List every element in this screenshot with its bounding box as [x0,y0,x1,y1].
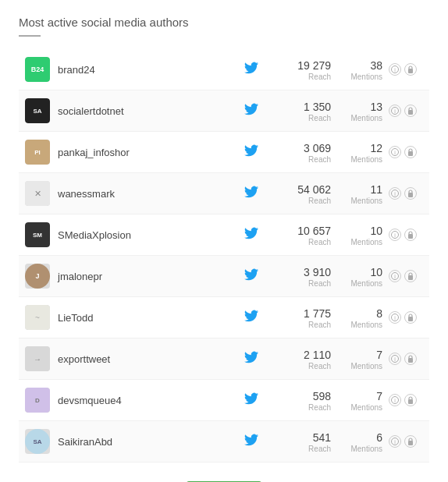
lock-icon-button[interactable] [404,146,417,158]
svg-text:i: i [394,274,396,279]
lock-icon-button[interactable] [404,353,417,365]
row-actions: i [389,270,423,282]
avatar: D [25,388,50,413]
svg-rect-29 [408,441,413,445]
twitter-icon [239,144,264,161]
reach-stat: 541 Reach [264,431,334,453]
more-button-container: More [19,463,429,482]
table-row: ✕ wanessmark 54 062 Reach 11 Mentions i [19,173,429,214]
info-icon-button[interactable]: i [389,187,401,200]
table-row: B24 brand24 19 279 Reach 38 Mentions i [19,49,429,90]
avatar: J [25,264,50,289]
avatar: ~ [25,305,50,330]
author-name: SaikiranAbd [50,436,239,448]
reach-stat: 3 069 Reach [264,141,334,164]
twitter-icon [239,350,264,367]
author-name: socialertdotnet [50,105,239,117]
avatar: ✕ [25,181,50,206]
author-name: wanessmark [50,188,239,200]
svg-rect-20 [408,317,413,321]
reach-stat: 54 062 Reach [264,183,334,205]
title-underline [19,35,41,37]
avatar: SA [25,98,50,123]
svg-rect-5 [408,110,413,115]
svg-text:i: i [394,232,396,238]
twitter-icon [239,185,264,202]
mentions-stat: 11 Mentions [334,183,389,205]
svg-text:i: i [394,315,396,321]
mentions-stat: 7 Mentions [334,389,389,412]
svg-rect-23 [408,358,413,363]
table-row: D devsmqueue4 598 Reach 7 Mentions i [19,380,429,421]
reach-stat: 10 657 Reach [264,224,334,246]
row-actions: i [389,394,423,406]
table-row: SM SMediaXplosion 10 657 Reach 10 Mentio… [19,214,429,256]
svg-rect-14 [408,234,413,239]
reach-stat: 19 279 Reach [264,58,334,81]
lock-icon-button[interactable] [404,229,417,241]
lock-icon-button[interactable] [404,435,417,448]
svg-rect-8 [408,151,413,156]
row-actions: i [389,187,423,200]
lock-icon-button[interactable] [404,187,417,200]
info-icon-button[interactable]: i [389,146,401,158]
lock-icon-button[interactable] [404,311,417,324]
avatar: B24 [25,57,50,82]
page-title: Most active social media authors [19,16,429,29]
table-row: J jmalonepr 3 910 Reach 10 Mentions i [19,256,429,297]
lock-icon-button[interactable] [404,394,417,406]
info-icon-button[interactable]: i [389,353,401,365]
twitter-icon [239,309,264,326]
mentions-stat: 38 Mentions [334,58,389,81]
table-row: PI pankaj_infoshor 3 069 Reach 12 Mentio… [19,132,429,173]
avatar: SA [25,429,50,454]
main-container: Most active social media authors B24 bra… [0,0,448,482]
twitter-icon [239,61,264,78]
svg-text:i: i [394,150,396,155]
lock-icon-button[interactable] [404,63,417,76]
mentions-stat: 10 Mentions [334,224,389,246]
table-row: → exporttweet 2 110 Reach 7 Mentions i [19,338,429,380]
row-actions: i [389,353,423,365]
info-icon-button[interactable]: i [389,105,401,117]
svg-text:i: i [394,191,396,197]
row-actions: i [389,105,423,117]
lock-icon-button[interactable] [404,270,417,282]
lock-icon-button[interactable] [404,105,417,117]
mentions-stat: 13 Mentions [334,100,389,122]
mentions-stat: 6 Mentions [334,431,389,453]
twitter-icon [239,268,264,285]
avatar: PI [25,140,50,165]
svg-text:i: i [394,108,396,114]
table-row: SA SaikiranAbd 541 Reach 6 Mentions i [19,421,429,463]
reach-stat: 598 Reach [264,389,334,412]
svg-text:i: i [394,67,396,73]
info-icon-button[interactable]: i [389,394,401,406]
twitter-icon [239,102,264,119]
authors-table: B24 brand24 19 279 Reach 38 Mentions i [19,49,429,463]
info-icon-button[interactable]: i [389,63,401,76]
avatar: → [25,346,50,371]
info-icon-button[interactable]: i [389,229,401,241]
mentions-stat: 12 Mentions [334,141,389,164]
svg-text:i: i [394,439,396,445]
reach-stat: 1 775 Reach [264,307,334,329]
reach-stat: 3 910 Reach [264,265,334,288]
mentions-stat: 7 Mentions [334,348,389,370]
author-name: LieTodd [50,312,239,324]
row-actions: i [389,229,423,241]
info-icon-button[interactable]: i [389,435,401,448]
row-actions: i [389,63,423,76]
svg-text:i: i [394,356,396,362]
reach-stat: 2 110 Reach [264,348,334,370]
author-name: SMediaXplosion [50,229,239,241]
info-icon-button[interactable]: i [389,270,401,282]
row-actions: i [389,435,423,448]
row-actions: i [389,146,423,158]
author-name: devsmqueue4 [50,395,239,406]
svg-rect-26 [408,399,413,404]
info-icon-button[interactable]: i [389,311,401,324]
author-name: pankaj_infoshor [50,147,239,158]
svg-text:i: i [394,398,396,403]
mentions-stat: 10 Mentions [334,265,389,288]
